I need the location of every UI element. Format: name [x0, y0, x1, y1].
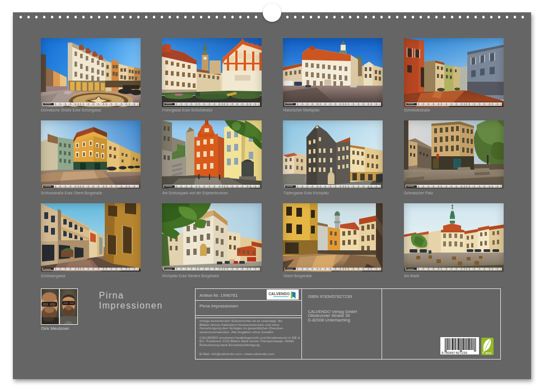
svg-text:eco: eco: [486, 351, 492, 354]
svg-text:9 783457 827239: 9 783457 827239: [441, 351, 467, 354]
svg-text:CALVENDO: CALVENDO: [268, 292, 290, 296]
